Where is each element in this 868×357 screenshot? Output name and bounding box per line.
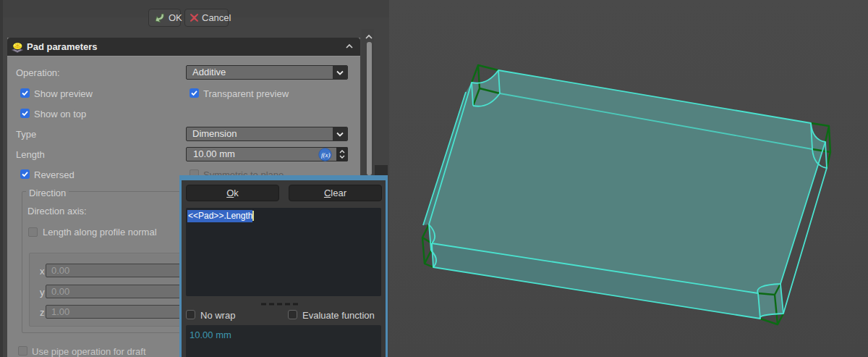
svg-text:f(x): f(x) bbox=[321, 151, 331, 159]
